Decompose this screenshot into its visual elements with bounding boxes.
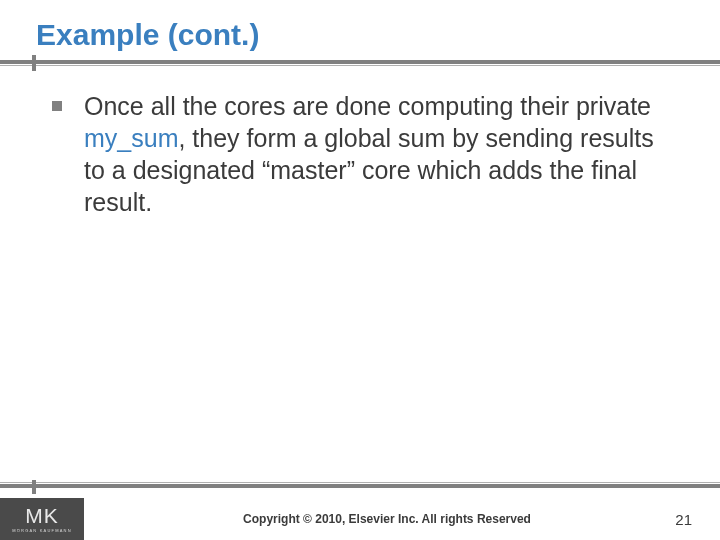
page-number: 21 — [675, 511, 692, 528]
logo-subtext: MORGAN KAUFMANN — [12, 528, 72, 533]
list-item: Once all the cores are done computing th… — [52, 90, 680, 218]
slide-body: Once all the cores are done computing th… — [52, 90, 680, 218]
slide-footer: MK MORGAN KAUFMANN Copyright © 2010, Els… — [0, 482, 720, 540]
title-divider — [0, 60, 720, 66]
logo-text: MK — [25, 505, 59, 526]
bullet-text: Once all the cores are done computing th… — [84, 90, 680, 218]
slide-title: Example (cont.) — [36, 18, 720, 52]
square-bullet-icon — [52, 101, 62, 111]
text-pre: Once all the cores are done computing th… — [84, 92, 651, 120]
publisher-logo: MK MORGAN KAUFMANN — [0, 498, 84, 540]
code-highlight: my_sum — [84, 124, 178, 152]
copyright-text: Copyright © 2010, Elsevier Inc. All righ… — [84, 512, 720, 526]
